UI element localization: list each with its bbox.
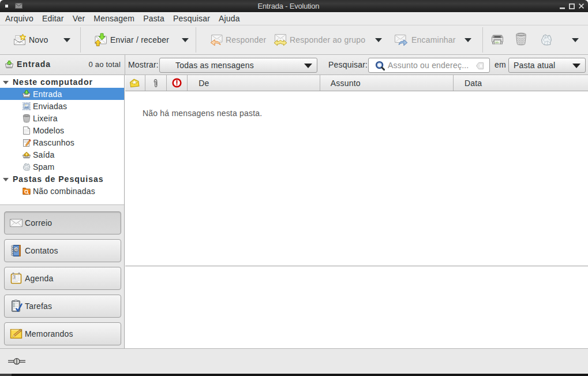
- svg-text:3: 3: [13, 275, 16, 279]
- svg-text:@: @: [14, 247, 18, 252]
